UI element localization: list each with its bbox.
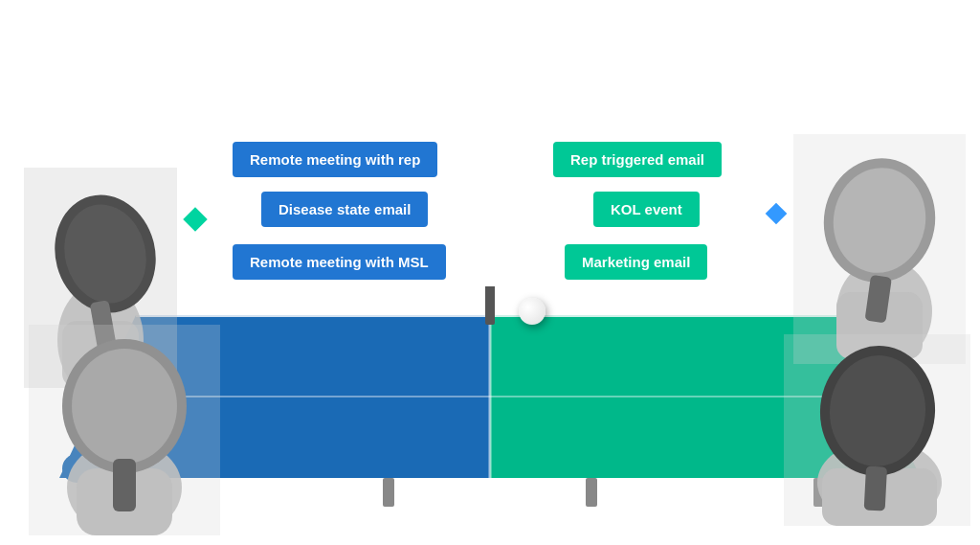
svg-rect-7 — [383, 478, 394, 507]
diamond-blue-icon — [766, 203, 788, 225]
svg-rect-8 — [586, 478, 597, 507]
diamond-green-icon — [183, 207, 207, 231]
paddle-top-right — [793, 134, 966, 364]
svg-rect-35 — [784, 334, 970, 526]
main-scene: Remote meeting with rep Disease state em… — [0, 0, 980, 545]
ping-pong-ball — [519, 298, 546, 325]
paddle-bottom-right — [784, 334, 970, 526]
svg-rect-29 — [793, 134, 966, 364]
tag-remote-meeting-msl: Remote meeting with MSL — [233, 244, 446, 280]
paddle-bottom-left — [29, 325, 220, 535]
tag-marketing-email: Marketing email — [565, 244, 707, 280]
svg-rect-10 — [485, 286, 495, 325]
tag-rep-triggered-email: Rep triggered email — [553, 142, 722, 177]
tag-disease-state-email: Disease state email — [261, 192, 428, 227]
svg-rect-23 — [29, 325, 220, 535]
tag-kol-event: KOL event — [593, 192, 700, 227]
tag-remote-meeting-rep: Remote meeting with rep — [233, 142, 437, 177]
